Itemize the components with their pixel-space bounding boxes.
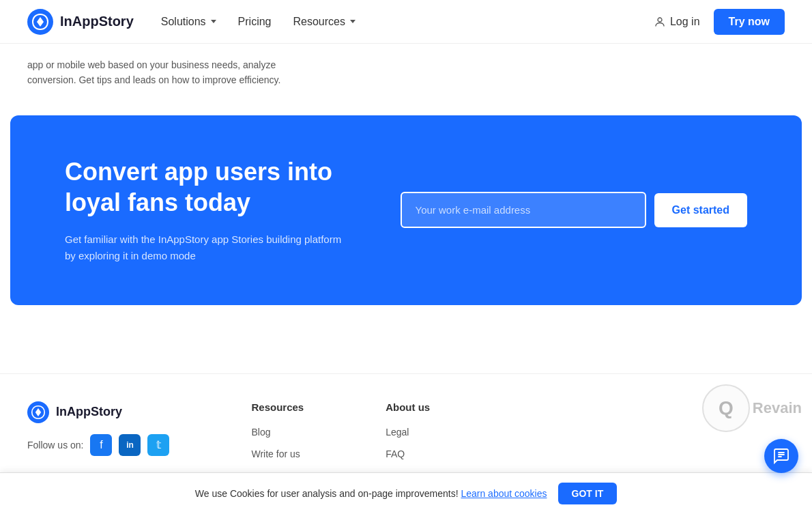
login-link[interactable]: Log in xyxy=(654,16,700,28)
cta-title: Convert app users into loyal fans today xyxy=(65,156,351,218)
footer-resources-title: Resources xyxy=(251,401,304,413)
user-icon xyxy=(654,16,666,28)
footer-about-title: About us xyxy=(386,401,430,413)
linkedin-icon: in xyxy=(126,440,134,450)
cookie-text: We use Cookies for user analysis and on-… xyxy=(195,488,547,499)
get-started-button[interactable]: Get started xyxy=(654,193,747,227)
footer-brand: InAppStory Follow us on: f in 𝕥 xyxy=(27,401,169,463)
revain-widget: Q Revain xyxy=(702,384,802,432)
page-content: app or mobile web based on your business… xyxy=(0,44,812,514)
twitter-link[interactable]: 𝕥 xyxy=(147,434,169,456)
facebook-link[interactable]: f xyxy=(90,434,112,456)
nav-item-pricing[interactable]: Pricing xyxy=(238,16,272,28)
got-it-button[interactable]: GOT IT xyxy=(558,483,618,504)
follow-label: Follow us on: f in 𝕥 xyxy=(27,434,169,456)
cta-subtitle: Get familiar with the InAppStory app Sto… xyxy=(65,231,351,264)
footer-logo: InAppStory xyxy=(27,401,169,423)
footer-link-legal[interactable]: Legal xyxy=(386,423,430,442)
cta-right: Get started xyxy=(401,192,747,228)
twitter-icon: 𝕥 xyxy=(156,438,161,451)
spacer xyxy=(0,319,812,373)
social-icons: f in 𝕥 xyxy=(90,434,169,456)
cookie-banner: We use Cookies for user analysis and on-… xyxy=(0,472,812,514)
chevron-down-icon xyxy=(350,20,356,23)
revain-text: Revain xyxy=(753,399,802,417)
chevron-down-icon xyxy=(211,20,216,23)
cookie-learn-link[interactable]: Learn about cookies xyxy=(461,488,547,499)
linkedin-link[interactable]: in xyxy=(119,434,141,456)
footer-link-faq[interactable]: FAQ xyxy=(386,444,430,463)
top-body-text: app or mobile web based on your business… xyxy=(27,57,300,88)
logo[interactable]: InAppStory xyxy=(27,9,134,35)
footer-logo-text: InAppStory xyxy=(56,405,122,419)
footer-top: InAppStory Follow us on: f in 𝕥 xyxy=(27,401,785,463)
footer-logo-icon xyxy=(27,401,49,423)
nav-links: Solutions Pricing Resources xyxy=(161,16,356,28)
navbar-left: InAppStory Solutions Pricing Resources xyxy=(27,9,356,35)
facebook-icon: f xyxy=(100,439,102,451)
footer-link-blog[interactable]: Blog xyxy=(251,423,304,442)
footer-col-about: About us Legal FAQ xyxy=(386,401,430,463)
try-now-button[interactable]: Try now xyxy=(714,9,785,35)
revain-logo-letter: Q xyxy=(719,397,734,419)
top-section: app or mobile web based on your business… xyxy=(0,44,812,109)
navbar-right: Log in Try now xyxy=(654,9,785,35)
revain-logo-circle: Q xyxy=(702,384,750,432)
footer-link-write-for-us[interactable]: Write for us xyxy=(251,444,304,463)
chat-button[interactable] xyxy=(764,439,798,473)
email-input[interactable] xyxy=(401,192,646,228)
svg-point-1 xyxy=(658,18,662,22)
nav-item-solutions[interactable]: Solutions xyxy=(161,16,216,28)
nav-item-resources[interactable]: Resources xyxy=(293,16,356,28)
cta-left: Convert app users into loyal fans today … xyxy=(65,156,351,264)
navbar: InAppStory Solutions Pricing Resources xyxy=(0,0,812,44)
logo-text: InAppStory xyxy=(60,14,134,29)
chat-icon xyxy=(773,448,789,464)
cta-section: Convert app users into loyal fans today … xyxy=(10,115,802,305)
logo-icon xyxy=(27,9,53,35)
footer-col-resources: Resources Blog Write for us xyxy=(251,401,304,463)
